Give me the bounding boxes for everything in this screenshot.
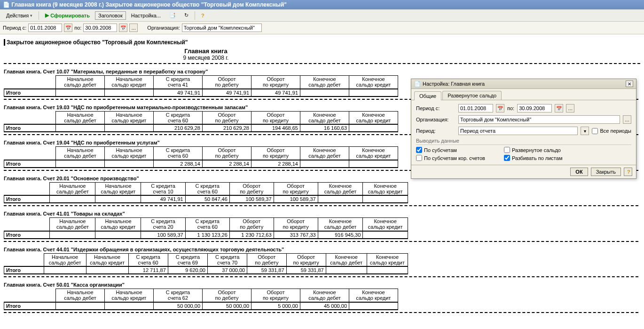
all-periods-check[interactable]: Все периоды (592, 128, 631, 134)
cell-value: 2 288,14 (154, 160, 203, 168)
dlg-ellipsis-button[interactable]: … (566, 104, 574, 112)
column-header: Конечноесальдо дебет (326, 253, 367, 266)
tab-expanded-balance[interactable]: Развернутое сальдо (442, 91, 502, 100)
report-subtitle: 9 месяцев 2008 г. (4, 55, 408, 61)
column-header: Начальноесальдо дебет (50, 182, 95, 195)
cell-value: 49 741,91 (141, 195, 185, 203)
period-from-label: Период с: (3, 25, 26, 31)
header-button[interactable]: Заголовок (95, 11, 126, 20)
section-title: Главная книга. Счет 44.01 "Издержки обра… (4, 247, 408, 252)
actions-button[interactable]: Действия ▾ (3, 11, 36, 20)
date-from-input[interactable] (28, 24, 62, 32)
column-header: Начальноесальдо кредит (95, 182, 141, 195)
dialog-help-button[interactable]: ? (624, 168, 632, 176)
org-label: Организация: (147, 25, 180, 31)
column-header: Начальноесальдо кредит (105, 76, 154, 89)
column-header: Конечноесальдо дебет (300, 76, 349, 89)
column-header: Оборотпо кредиту (251, 289, 300, 302)
cell-value: 5 000,00 (251, 302, 300, 310)
expanded-balance-check[interactable]: Развернутое сальдо (504, 147, 563, 153)
subaccounts-cor-checkbox[interactable] (416, 155, 422, 161)
column-header: Оборотпо дебету (203, 111, 251, 124)
column-header: Оборотпо дебету (229, 218, 274, 231)
column-header: С кредитасчета 10 (141, 182, 185, 195)
split-pages-check[interactable]: Разбивать по листам (504, 155, 563, 161)
column-header: Конечноесальдо кредит (349, 289, 398, 302)
dlg-section-header: Выводить данные (416, 138, 631, 145)
tool-button-2[interactable]: ↻ (181, 11, 192, 20)
cell-value: 1 230 712,63 (229, 231, 274, 239)
total-label: Итого (4, 302, 56, 310)
subaccounts-check[interactable]: По субсчетам (416, 147, 485, 153)
cell-value (95, 231, 141, 239)
column-header: Конечноесальдо кредит (363, 182, 408, 195)
chevron-down-icon: ▾ (584, 128, 586, 134)
column-header: Оборотпо кредиту (251, 111, 300, 124)
refresh-icon: ↻ (184, 12, 188, 18)
total-label: Итого (4, 89, 56, 96)
dlg-org-input[interactable] (458, 115, 620, 124)
dash-separator (4, 276, 638, 277)
ellipsis-button[interactable]: … (129, 24, 138, 32)
column-header: С кредитасчета 60 (128, 253, 168, 266)
cell-value (56, 160, 105, 168)
column-header: Оборотпо кредиту (286, 253, 326, 266)
calendar-icon: 📅 (497, 106, 503, 111)
date-to-input[interactable] (83, 24, 117, 32)
column-header: Начальноесальдо дебет (50, 218, 95, 231)
tab-general[interactable]: Общие (414, 91, 441, 100)
column-header: Начальноесальдо кредит (105, 111, 154, 124)
org-input[interactable] (182, 24, 262, 32)
tool-button-1[interactable]: 📑 (166, 11, 179, 20)
ledger-table: Начальноесальдо дебетНачальноесальдо кре… (4, 111, 398, 133)
settings-button[interactable]: Настройка... (128, 11, 164, 20)
cell-value (367, 266, 408, 274)
page-icon: 📑 (169, 12, 176, 18)
column-header: Оборотпо дебету (203, 289, 251, 302)
cell-value (50, 231, 95, 239)
subaccounts-cor-check[interactable]: По субсчетам кор. счетов (416, 155, 485, 161)
cell-value: 2 288,14 (203, 160, 251, 168)
section-title: Главная книга. Счет 20.01 "Основное прои… (4, 176, 408, 181)
cell-value: 45 000,00 (300, 302, 349, 310)
help-button[interactable]: ? (198, 11, 208, 20)
window-title: Главная книга (9 месяцев 2008 г.) Закрыт… (11, 1, 287, 8)
dlg-period-dropdown-button[interactable]: ▾ (581, 127, 589, 135)
split-pages-checkbox[interactable] (504, 155, 510, 161)
separator (39, 11, 39, 20)
ledger-table: Начальноесальдо дебетНачальноесальдо кре… (4, 289, 398, 310)
generate-button[interactable]: ▶Сформировать (42, 11, 93, 20)
all-periods-checkbox[interactable] (592, 128, 598, 134)
cell-value (50, 195, 95, 203)
to-label: по: (74, 25, 81, 31)
dlg-org-ellipsis-button[interactable]: … (623, 115, 631, 124)
dlg-calendar-from-button[interactable]: 📅 (496, 104, 504, 112)
cell-value: 50 847,46 (185, 195, 229, 203)
section-title: Главная книга. Счет 19.04 "НДС по приобр… (4, 140, 408, 145)
subaccounts-checkbox[interactable] (416, 147, 422, 153)
calendar-to-button[interactable]: 📅 (119, 24, 127, 32)
calendar-from-button[interactable]: 📅 (64, 24, 72, 32)
column-header: Начальноесальдо кредит (105, 147, 154, 160)
dlg-date-to-input[interactable] (517, 104, 552, 112)
cell-value (349, 124, 398, 132)
column-header: Оборотпо кредиту (251, 76, 300, 89)
column-header: Оборотпо дебету (203, 76, 251, 89)
cell-value (300, 160, 349, 168)
dlg-date-from-input[interactable] (458, 104, 493, 112)
section-title: Главная книга. Счет 50.01 "Касса организ… (4, 282, 408, 288)
expanded-balance-checkbox[interactable] (504, 147, 510, 153)
report-content: Закрытое акционерное общество "Торговый … (0, 34, 644, 318)
close-dialog-button[interactable]: Закрыть (591, 168, 621, 176)
ledger-table: Начальноесальдо дебетНачальноесальдо кре… (4, 146, 398, 168)
cell-value: 916 945,30 (318, 231, 363, 239)
dash-separator (4, 205, 638, 206)
ok-button[interactable]: ОК (570, 168, 588, 176)
cell-value: 49 741,91 (203, 89, 251, 96)
cell-value: 49 741,91 (154, 89, 203, 96)
help-icon: ? (627, 169, 630, 175)
close-button[interactable]: ✕ (626, 80, 633, 87)
dlg-calendar-to-button[interactable]: 📅 (555, 104, 563, 112)
dlg-period-select[interactable] (458, 127, 578, 135)
cell-value (56, 89, 105, 96)
